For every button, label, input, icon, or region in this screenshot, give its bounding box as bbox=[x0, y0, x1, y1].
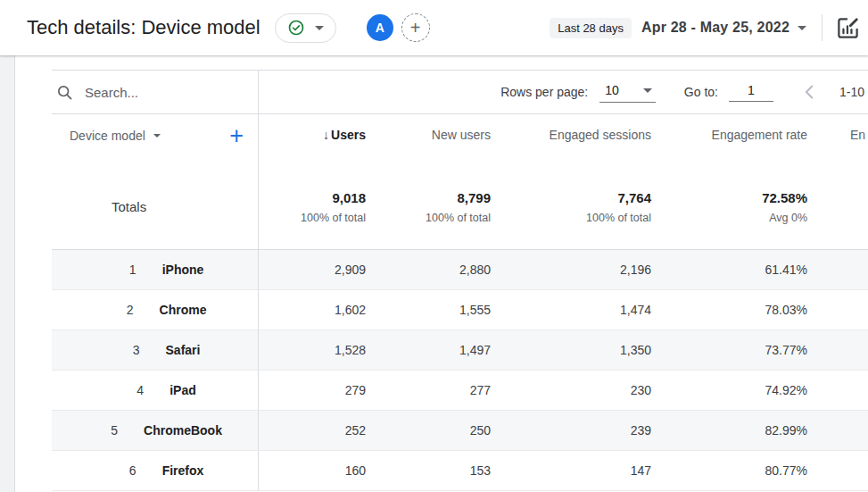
report-status-dropdown[interactable] bbox=[275, 13, 336, 43]
page-range-label: 1-10 bbox=[839, 85, 864, 99]
cell-engaged-sessions: 230 bbox=[491, 371, 651, 410]
rows-per-page-select[interactable]: 10 bbox=[599, 81, 656, 103]
cell-engaged-sessions: 147 bbox=[491, 451, 651, 490]
cell-new-users: 1,497 bbox=[366, 330, 491, 370]
plus-icon: + bbox=[410, 18, 421, 38]
totals-label: Totals bbox=[52, 199, 258, 214]
table-row: 3 Safari 1,528 1,497 1,350 73.77% bbox=[52, 330, 868, 371]
cell-engagement-rate: 61.41% bbox=[651, 250, 807, 289]
table-row: 4 iPad 279 277 230 74.92% bbox=[52, 371, 868, 411]
column-label: Engaged sessions bbox=[491, 128, 651, 142]
page-title: Tech details: Device model bbox=[27, 16, 260, 39]
row-rank: 4 bbox=[128, 383, 152, 397]
table-row: 5 ChromeBook 252 250 239 82.99% bbox=[52, 411, 868, 451]
cell-engagement-rate: 82.99% bbox=[651, 411, 807, 450]
pagination-controls: Rows per page: 10 Go to: 1-10 bbox=[259, 71, 868, 113]
cell-users: 1,528 bbox=[259, 330, 366, 370]
cell-clipped bbox=[807, 451, 868, 490]
goto-page-input[interactable] bbox=[729, 83, 773, 102]
device-name: ChromeBook bbox=[144, 423, 222, 438]
divider bbox=[822, 14, 823, 41]
cell-clipped bbox=[807, 250, 868, 289]
dimension-selector[interactable]: Device model bbox=[70, 129, 145, 143]
table-row: 2 Chrome 1,602 1,555 1,474 78.03% bbox=[52, 290, 868, 330]
totals-engagement-rate: 72.58% Avg 0% bbox=[651, 164, 807, 249]
cell-engagement-rate: 80.77% bbox=[651, 451, 807, 490]
device-name: iPad bbox=[169, 383, 196, 397]
row-rank: 5 bbox=[103, 423, 126, 438]
table-row: 1 iPhone 2,909 2,880 2,196 61.41% bbox=[52, 250, 868, 290]
sort-descending-icon: ↓ bbox=[323, 128, 329, 142]
date-range-chip: Last 28 days bbox=[550, 18, 632, 38]
cell-new-users: 153 bbox=[366, 451, 491, 490]
cell-clipped bbox=[807, 371, 868, 410]
cell-users: 252 bbox=[259, 411, 366, 450]
cell-engaged-sessions: 239 bbox=[491, 411, 651, 450]
totals-row: Totals 9,018 100% of total 8,799 100% of… bbox=[52, 164, 868, 250]
column-label: Engagement rate bbox=[651, 128, 807, 142]
customize-report-icon[interactable] bbox=[836, 16, 860, 40]
column-label: En bbox=[850, 128, 868, 142]
totals-engaged-sessions: 7,764 100% of total bbox=[491, 164, 651, 249]
date-range-selector[interactable]: Apr 28 - May 25, 2022 bbox=[641, 20, 789, 36]
column-header-clipped[interactable]: En bbox=[807, 114, 868, 164]
check-circle-icon bbox=[287, 19, 305, 37]
account-avatar[interactable]: A bbox=[367, 14, 393, 41]
rows-per-page-value: 10 bbox=[605, 83, 619, 97]
row-rank: 2 bbox=[119, 303, 142, 317]
cell-engagement-rate: 73.77% bbox=[651, 330, 807, 370]
search-icon bbox=[56, 84, 73, 101]
column-header-users[interactable]: ↓Users bbox=[259, 114, 366, 164]
column-header-engagement-rate[interactable]: Engagement rate bbox=[651, 114, 807, 164]
cell-users: 1,602 bbox=[259, 290, 366, 329]
avatar-letter: A bbox=[376, 21, 384, 35]
column-header-engaged-sessions[interactable]: Engaged sessions bbox=[491, 114, 651, 164]
cell-new-users: 1,555 bbox=[366, 290, 491, 329]
device-name: Chrome bbox=[160, 303, 207, 317]
search-input[interactable] bbox=[85, 85, 219, 100]
cell-users: 160 bbox=[259, 451, 366, 490]
device-name: iPhone bbox=[162, 263, 204, 277]
row-rank: 6 bbox=[121, 463, 145, 478]
cell-engaged-sessions: 1,474 bbox=[491, 290, 651, 329]
caret-down-icon bbox=[315, 26, 324, 30]
cell-new-users: 2,880 bbox=[366, 250, 491, 289]
cell-clipped bbox=[807, 290, 868, 329]
caret-down-icon bbox=[643, 88, 652, 93]
caret-down-icon bbox=[153, 134, 161, 138]
cell-new-users: 277 bbox=[366, 371, 491, 410]
report-table-card: Rows per page: 10 Go to: 1-10 Devi bbox=[16, 55, 868, 492]
cell-engagement-rate: 78.03% bbox=[651, 290, 807, 329]
cell-engaged-sessions: 1,350 bbox=[491, 330, 651, 370]
cell-engagement-rate: 74.92% bbox=[651, 371, 807, 410]
table-area: Rows per page: 10 Go to: 1-10 Devi bbox=[52, 70, 868, 491]
device-name: Safari bbox=[166, 343, 201, 357]
dimension-header-cell: Device model + bbox=[52, 114, 259, 164]
app-bar-right: Last 28 days Apr 28 - May 25, 2022 bbox=[550, 14, 868, 41]
totals-new-users: 8,799 100% of total bbox=[366, 164, 491, 249]
cell-clipped bbox=[807, 411, 868, 450]
column-label: New users bbox=[366, 128, 491, 142]
table-toolbar: Rows per page: 10 Go to: 1-10 bbox=[52, 70, 868, 114]
add-comparison-button[interactable]: + bbox=[401, 13, 430, 42]
table-header-row: Device model + ↓Users New users Engaged … bbox=[52, 114, 868, 164]
row-rank: 3 bbox=[125, 343, 148, 357]
search-box[interactable] bbox=[52, 71, 259, 113]
previous-page-icon[interactable] bbox=[800, 82, 820, 102]
column-header-new-users[interactable]: New users bbox=[366, 114, 491, 164]
totals-users: 9,018 100% of total bbox=[259, 164, 366, 249]
add-column-button[interactable]: + bbox=[229, 128, 244, 144]
table-row: 6 Firefox 160 153 147 80.77% bbox=[52, 451, 868, 491]
caret-down-icon bbox=[798, 26, 806, 30]
cell-users: 279 bbox=[259, 371, 366, 410]
app-bar: Tech details: Device model A + Last 28 d… bbox=[0, 0, 868, 55]
cell-users: 2,909 bbox=[259, 250, 366, 289]
device-name: Firefox bbox=[162, 463, 204, 478]
goto-label: Go to: bbox=[684, 85, 718, 99]
cell-new-users: 250 bbox=[366, 411, 491, 450]
column-label: Users bbox=[331, 128, 366, 142]
cell-engaged-sessions: 2,196 bbox=[491, 250, 651, 289]
rows-per-page-label: Rows per page: bbox=[500, 85, 588, 99]
page-gutter bbox=[0, 55, 15, 492]
row-rank: 1 bbox=[121, 263, 145, 277]
